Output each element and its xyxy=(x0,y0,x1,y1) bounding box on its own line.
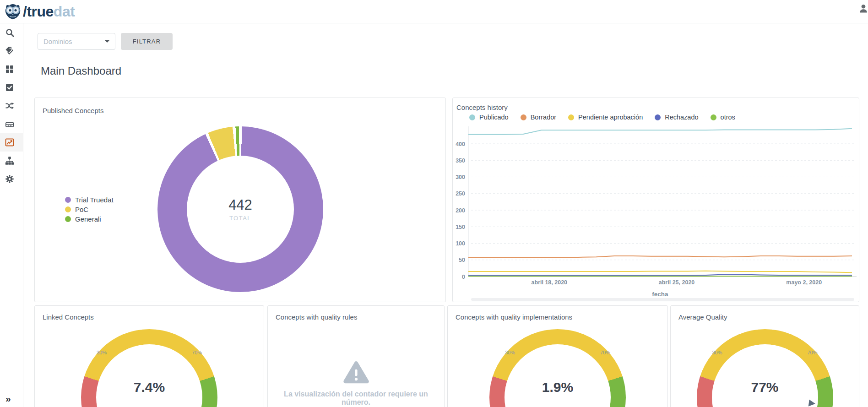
gauge-value: 77% xyxy=(671,380,859,395)
gauge-chart-quality-implementations[interactable]: 30%70%1.9% xyxy=(448,306,667,407)
svg-text:300: 300 xyxy=(456,174,465,180)
svg-text:0: 0 xyxy=(462,274,465,280)
tags-icon xyxy=(5,46,14,55)
check-square-icon xyxy=(5,83,14,92)
sidebar-item-settings[interactable] xyxy=(0,170,23,188)
card-linked-concepts: Linked Concepts 30%70%7.4% xyxy=(34,305,264,407)
svg-text:350: 350 xyxy=(456,157,465,164)
svg-text:abril 18, 2020: abril 18, 2020 xyxy=(532,279,568,286)
legend-label: Trial Truedat xyxy=(75,196,114,204)
gauge-band-label-70: 70% xyxy=(808,350,818,355)
page-title: Main Dashboard xyxy=(41,65,121,77)
domain-select-placeholder: Dominios xyxy=(43,38,105,45)
svg-text:250: 250 xyxy=(456,190,465,197)
sidebar-item-processes[interactable] xyxy=(0,97,23,115)
sidebar-item-search[interactable] xyxy=(0,23,23,42)
legend-item-generali[interactable]: Generali xyxy=(65,214,114,224)
svg-text:400: 400 xyxy=(456,141,465,147)
sidebar: » xyxy=(0,23,23,407)
chart-line-icon xyxy=(5,138,14,147)
sidebar-item-systems[interactable] xyxy=(0,115,23,133)
card-average-quality: Average Quality 30%70%77% xyxy=(670,305,859,407)
warning-icon xyxy=(343,360,369,386)
main-content: Dominios FILTRAR Main Dashboard Publishe… xyxy=(23,23,868,407)
sidebar-item-lineage[interactable] xyxy=(0,152,23,170)
drawer-icon xyxy=(5,119,14,129)
sidebar-item-catalog[interactable] xyxy=(0,60,23,78)
counter-warning-message: La visualización del contador requiere u… xyxy=(275,390,437,407)
sidebar-expand-button[interactable]: » xyxy=(5,393,11,404)
donut-total-value: 442 xyxy=(228,197,252,213)
card-concepts-quality-rules: Concepts with quality rules La visualiza… xyxy=(267,305,445,407)
gauge-band-label-30: 30% xyxy=(505,350,515,355)
sitemap-icon xyxy=(5,156,14,165)
domain-select[interactable]: Dominios xyxy=(38,33,115,50)
legend-dot xyxy=(65,197,71,203)
pie-legend: Trial TruedatPoCGenerali xyxy=(65,195,114,224)
donut-center: 442 TOTAL xyxy=(187,156,294,263)
chevron-down-icon xyxy=(105,40,109,43)
logo-word-true: true xyxy=(27,3,53,20)
chart-zoom-slider[interactable] xyxy=(471,298,854,301)
svg-text:fecha: fecha xyxy=(652,291,668,298)
card-published-concepts: Published Concepts Trial TruedatPoCGener… xyxy=(34,98,446,302)
legend-label: Generali xyxy=(75,215,101,223)
line-chart[interactable]: 050100150200250300350400abril 18, 2020ab… xyxy=(453,98,859,302)
gauge-value: 1.9% xyxy=(448,380,667,395)
sidebar-item-glossary[interactable] xyxy=(0,42,23,60)
svg-text:50: 50 xyxy=(459,257,465,263)
search-icon xyxy=(5,28,14,37)
legend-item-poc[interactable]: PoC xyxy=(65,205,114,214)
filter-button[interactable]: FILTRAR xyxy=(121,33,173,50)
svg-text:abril 25, 2020: abril 25, 2020 xyxy=(659,279,695,286)
gauge-band-label-30: 30% xyxy=(97,350,107,355)
card-title: Concepts with quality rules xyxy=(276,313,357,321)
user-icon[interactable] xyxy=(858,3,868,14)
donut-total-label: TOTAL xyxy=(229,215,251,222)
legend-dot xyxy=(65,216,71,222)
sidebar-item-dashboards[interactable] xyxy=(0,133,23,152)
gauge-chart-average-quality[interactable]: 30%70%77% xyxy=(671,306,859,407)
svg-text:100: 100 xyxy=(456,240,465,247)
donut-chart[interactable]: 442 TOTAL xyxy=(157,126,323,292)
legend-item-trial-truedat[interactable]: Trial Truedat xyxy=(65,195,114,205)
legend-dot xyxy=(65,206,71,212)
app-header: /truedat xyxy=(0,0,868,23)
svg-text:150: 150 xyxy=(456,224,465,230)
sidebar-item-quality[interactable] xyxy=(0,78,23,97)
logo-word-dat: dat xyxy=(54,3,75,20)
gauge-chart-linked-concepts[interactable]: 30%70%7.4% xyxy=(35,306,264,407)
gauge-band-label-70: 70% xyxy=(192,350,202,355)
gauge-band-label-70: 70% xyxy=(600,350,610,355)
legend-label: PoC xyxy=(75,206,88,213)
svg-text:200: 200 xyxy=(456,207,465,214)
truedat-logo[interactable]: /truedat xyxy=(4,2,75,21)
gear-icon xyxy=(5,174,14,184)
svg-text:mayo 2, 2020: mayo 2, 2020 xyxy=(786,279,822,286)
owl-logo-icon xyxy=(4,2,22,21)
card-concepts-history: Concepts history PublicadoBorradorPendie… xyxy=(452,98,859,302)
gauge-band-label-30: 30% xyxy=(712,350,722,355)
card-title: Published Concepts xyxy=(43,107,103,114)
card-concepts-quality-implementations: Concepts with quality implementations 30… xyxy=(447,305,668,407)
grid-icon xyxy=(5,65,14,74)
gauge-value: 7.4% xyxy=(35,380,264,395)
shuffle-icon xyxy=(5,101,14,110)
